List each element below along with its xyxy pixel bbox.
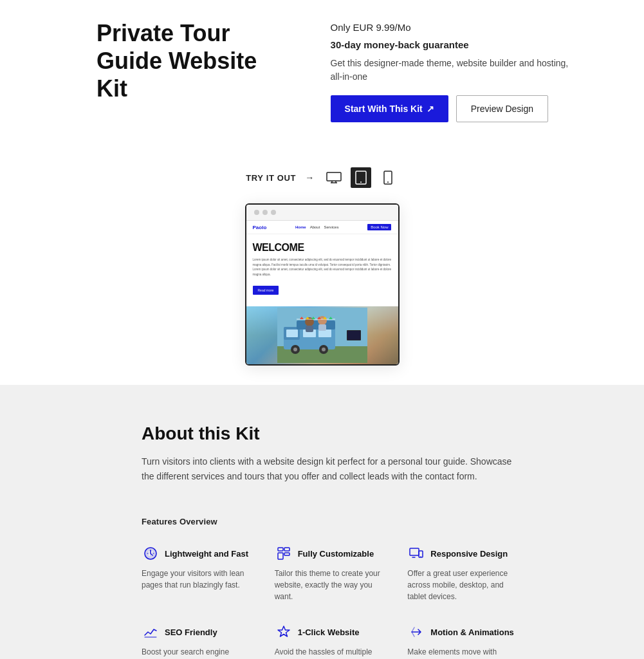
feature-responsive: Responsive Design Offer a great user exp…	[407, 544, 515, 602]
feature-motion: Motion & Animations Make elements move w…	[407, 623, 515, 659]
feature-oneclick-desc: Avoid the hassles of multiple vendors. J…	[275, 646, 382, 659]
feature-oneclick: 1-Click Website Avoid the hassles of mul…	[275, 623, 382, 659]
feature-lightweight-desc: Engage your visitors with lean pages tha…	[142, 568, 249, 591]
svg-rect-34	[278, 548, 283, 551]
about-title: About this Kit	[142, 423, 580, 444]
feature-icon-row-5: 1-Click Website	[275, 623, 382, 641]
mini-hero-photo	[246, 306, 398, 364]
mini-welcome: WELCOME	[253, 242, 392, 254]
price-label: Only EUR 9.99/Mo	[331, 22, 580, 33]
seo-icon	[142, 623, 160, 641]
try-it-out-row: TRY IT OUT →	[246, 167, 398, 188]
feature-seo: SEO Friendly Boost your search engine sc…	[142, 623, 249, 659]
browser-content: Paolo Home About Services Book Now WELCO…	[246, 221, 398, 364]
feature-icon-row-3: Responsive Design	[407, 544, 515, 562]
tablet-icon[interactable]	[351, 167, 371, 188]
browser-bar	[246, 205, 398, 221]
browser-dot-3	[271, 210, 276, 215]
responsive-icon	[407, 544, 425, 562]
customize-icon	[275, 544, 293, 562]
svg-point-5	[360, 181, 362, 183]
browser-mockup: Paolo Home About Services Book Now WELCO…	[245, 203, 400, 366]
mini-nav-links: Home About Services	[295, 225, 338, 229]
mini-nav: Paolo Home About Services Book Now	[246, 221, 398, 234]
header-description: Get this designer-made theme, website bu…	[331, 57, 580, 84]
arrow-icon: →	[305, 172, 315, 183]
cta-buttons: Start With This Kit ↗ Preview Design	[331, 95, 580, 122]
try-it-out-label: TRY IT OUT	[246, 173, 296, 183]
speed-icon	[142, 544, 160, 562]
feature-oneclick-name: 1-Click Website	[298, 627, 360, 637]
feature-responsive-desc: Offer a great user experience across mob…	[407, 568, 515, 602]
feature-seo-desc: Boost your search engine score with fast…	[142, 646, 249, 659]
motion-icon	[407, 623, 425, 641]
header-section: Private Tour Guide Website Kit Only EUR …	[0, 0, 644, 142]
mini-body-text: Lorem ipsum dolor sit amet, consectetur …	[253, 257, 392, 277]
external-link-icon: ↗	[427, 104, 434, 114]
svg-rect-0	[327, 172, 341, 181]
mini-read-more: Read more	[253, 286, 279, 295]
nav-book-now: Book Now	[367, 224, 391, 230]
svg-rect-12	[286, 330, 298, 337]
feature-lightweight-name: Lightweight and Fast	[165, 549, 248, 559]
svg-rect-19	[297, 320, 335, 330]
svg-point-41	[421, 556, 422, 557]
features-section: Features Overview Lightweight and Fast	[142, 510, 580, 659]
hero-illustration	[277, 308, 367, 363]
feature-icon-row-2: Fully Customizable	[275, 544, 382, 562]
kit-title: Private Tour Guide Website Kit	[97, 19, 279, 103]
feature-lightweight: Lightweight and Fast Engage your visitor…	[142, 544, 249, 602]
preview-design-button[interactable]: Preview Design	[456, 95, 548, 122]
svg-rect-21	[306, 326, 313, 332]
feature-icon-row: Lightweight and Fast	[142, 544, 249, 562]
about-section: About this Kit Turn visitors into client…	[0, 385, 644, 659]
features-grid: Lightweight and Fast Engage your visitor…	[142, 544, 515, 659]
feature-responsive-name: Responsive Design	[430, 549, 508, 559]
feature-icon-row-6: Motion & Animations	[407, 623, 515, 641]
svg-rect-37	[284, 553, 290, 555]
svg-point-7	[387, 181, 389, 183]
browser-dot-2	[262, 210, 268, 215]
nav-home: Home	[295, 225, 306, 229]
browser-dot-1	[254, 210, 259, 215]
svg-rect-36	[278, 553, 283, 559]
device-icons	[324, 167, 398, 188]
feature-seo-name: SEO Friendly	[165, 627, 217, 637]
oneclick-icon	[275, 623, 293, 641]
svg-rect-38	[410, 548, 419, 555]
svg-point-18	[322, 348, 326, 351]
feature-customizable: Fully Customizable Tailor this theme to …	[275, 544, 382, 602]
nav-about: About	[310, 225, 320, 229]
header-right: Only EUR 9.99/Mo 30-day money-back guara…	[331, 19, 580, 122]
nav-services: Services	[324, 225, 338, 229]
start-kit-label: Start With This Kit	[345, 104, 423, 114]
svg-rect-25	[347, 331, 360, 340]
feature-motion-desc: Make elements move with entrance animati…	[407, 646, 515, 659]
svg-rect-23	[318, 324, 326, 331]
feature-icon-row-4: SEO Friendly	[142, 623, 249, 641]
guarantee-label: 30-day money-back guarantee	[331, 39, 580, 50]
mobile-icon[interactable]	[378, 167, 398, 188]
feature-customizable-name: Fully Customizable	[298, 549, 374, 559]
feature-customizable-desc: Tailor this theme to create your website…	[275, 568, 382, 602]
mini-logo: Paolo	[253, 225, 267, 230]
desktop-icon[interactable]	[324, 167, 344, 188]
mini-hero: WELCOME Lorem ipsum dolor sit amet, cons…	[246, 234, 398, 306]
svg-rect-35	[284, 548, 290, 551]
feature-motion-name: Motion & Animations	[430, 627, 514, 637]
features-title: Features Overview	[142, 517, 580, 526]
preview-section: TRY IT OUT →	[0, 142, 644, 385]
start-kit-button[interactable]: Start With This Kit ↗	[331, 95, 448, 122]
about-description: Turn visitors into clients with a websit…	[142, 454, 515, 485]
svg-point-16	[293, 348, 297, 351]
preview-design-label: Preview Design	[471, 104, 533, 114]
